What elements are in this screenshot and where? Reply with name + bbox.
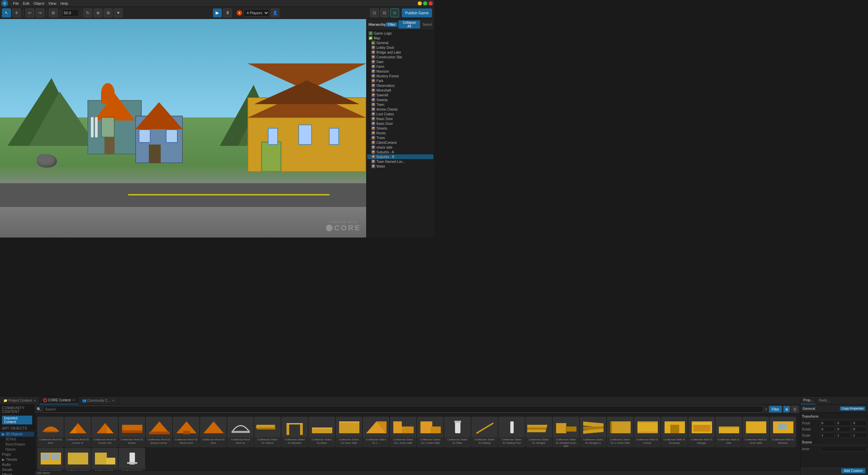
folder-icon-14: 📦: [371, 102, 375, 107]
status-indicator: ●: [237, 10, 242, 16]
pause-button[interactable]: ⏸: [223, 8, 232, 17]
window-controls: [418, 1, 433, 5]
publish-button[interactable]: Publish Game: [402, 8, 432, 17]
tree-item-streets[interactable]: 📦 Streets: [367, 126, 433, 131]
tree-item-label: Town: [376, 103, 384, 107]
tree-item-label: ClientContext: [376, 141, 397, 145]
tree-item-rocks[interactable]: 📦 Rocks: [367, 131, 433, 135]
zoom-input[interactable]: [62, 9, 79, 17]
folder-icon-21: 📦: [371, 136, 375, 140]
tree-item-observatory[interactable]: 📦 Observatory: [367, 83, 433, 88]
tree-item-suburbs-a[interactable]: 📦 Suburbs - A: [367, 150, 433, 154]
road-marking: [128, 194, 330, 195]
maximize-button[interactable]: [423, 1, 427, 5]
redo-button[interactable]: ↪: [36, 8, 44, 17]
viewport[interactable]: screens ✕: [0, 19, 366, 238]
tree-item-town[interactable]: 📦 Town: [367, 102, 433, 107]
undo-button[interactable]: ↩: [25, 8, 34, 17]
tree-item-trees[interactable]: 📦 Trees: [367, 135, 433, 140]
tree-item-label: Dam: [376, 60, 383, 64]
toolbar-separator-3: [60, 9, 60, 17]
extra-tool[interactable]: ▼: [114, 8, 123, 17]
layout-btn-3[interactable]: ⊞: [390, 8, 399, 17]
folder-icon-11: 📦: [371, 88, 375, 92]
tree-item-game-logic[interactable]: ⚙ Game Logic: [367, 31, 433, 36]
hierarchy-title: Hierarchy: [369, 22, 386, 26]
tree-item-label: Suburbs - B: [376, 155, 394, 159]
tree-item-farm[interactable]: 📦 Farm: [367, 64, 433, 69]
folder-icon-23: 📦: [371, 145, 375, 149]
scene-background: CREATED WITH CORE: [0, 19, 366, 238]
layout-btn-1[interactable]: ⊡: [370, 8, 379, 17]
menu-edit[interactable]: Edit: [21, 1, 32, 5]
tree-item-label: Swamp: [376, 98, 388, 102]
select-tool[interactable]: ↖: [2, 8, 11, 17]
tree-item-ammo[interactable]: 📦 Ammo Chests: [367, 107, 433, 112]
tree-item-map[interactable]: 📁 Map: [367, 36, 433, 40]
toolbar-separator-1: [23, 9, 23, 17]
folder-icon-17: 📦: [371, 117, 375, 121]
menu-file[interactable]: File: [11, 1, 21, 5]
folder-icon-9: 📦: [371, 79, 375, 83]
menu-help[interactable]: Help: [58, 1, 70, 5]
tree-item-mineshaft[interactable]: 📦 Mineshaft: [367, 88, 433, 93]
move-tool[interactable]: ✛: [12, 8, 21, 17]
house-craftsman: [248, 77, 366, 172]
folder-icon-2: 📦: [371, 45, 375, 50]
tree-item-park[interactable]: 📦 Park: [367, 78, 433, 83]
hierarchy-collapse-btn[interactable]: Collapse All: [398, 20, 420, 28]
snap-tool[interactable]: ⊕: [94, 8, 102, 17]
tree-item-label: shack side: [376, 146, 392, 149]
tree-item-label: Park: [376, 79, 383, 83]
folder-icon-6: 📦: [371, 64, 375, 69]
folder-icon-12: 📦: [371, 93, 375, 97]
players-select[interactable]: 4 Players: [243, 9, 269, 17]
folder-icon: ▶: [371, 41, 375, 45]
tree-item-town-named[interactable]: 📦 Town Named Loc...: [367, 159, 433, 164]
tree-item-basic-door-2[interactable]: 📦 Basic Door: [367, 121, 433, 126]
layout-btn-2[interactable]: ⊟: [380, 8, 389, 17]
tree-item-label: Lobby Dock: [376, 46, 394, 50]
tree-item-label: Town Named Loc...: [376, 160, 406, 164]
minimize-button[interactable]: [418, 1, 422, 5]
road: [0, 183, 366, 207]
tree-item-basic-door-1[interactable]: 📦 Basic Door: [367, 116, 433, 121]
tree-item-shack[interactable]: 📦 shack side: [367, 145, 433, 150]
tree-item-label: Loot Crates: [376, 112, 394, 116]
tree-item-label: Mansion: [376, 70, 389, 73]
tree-item-label: Map: [374, 36, 380, 40]
tree-item-swamp[interactable]: 📦 Swamp: [367, 97, 433, 102]
folder-icon-26: 📦: [371, 159, 375, 164]
tree-item-suburbs-b[interactable]: 📦 Suburbs - B: [367, 154, 433, 159]
tree-item-mansion[interactable]: 📦 Mansion: [367, 69, 433, 74]
folder-icon-5: 📦: [371, 60, 375, 64]
menu-object[interactable]: Object: [32, 1, 46, 5]
tree-item-lobby[interactable]: 📦 Lobby Dock: [367, 45, 433, 50]
tree-item-bridge[interactable]: 📦 Bridge and Lake: [367, 50, 433, 55]
folder-icon-18: 📦: [371, 121, 375, 126]
tree-item-sawmill[interactable]: 📦 Sawmill: [367, 93, 433, 97]
grid-view-button[interactable]: ⊞: [49, 8, 58, 17]
tree-item-loot[interactable]: 📦 Loot Crates: [367, 112, 433, 116]
rotate-tool[interactable]: ↻: [83, 8, 92, 17]
play-button[interactable]: ▶: [213, 8, 222, 17]
close-button[interactable]: [429, 1, 433, 5]
folder-icon-24: 📦: [371, 150, 375, 154]
folder-icon-19: 📦: [371, 126, 375, 130]
tree-item-construction[interactable]: 📦 Construction Site: [367, 55, 433, 59]
tree-item-client[interactable]: 📦 ClientContext: [367, 140, 433, 145]
menu-view[interactable]: View: [46, 1, 59, 5]
rock-1: [37, 154, 57, 168]
house-2: [132, 95, 186, 163]
app-logo: C: [1, 0, 8, 7]
tree-item-general[interactable]: ▶ General: [367, 40, 433, 45]
tree-item-label: Rocks: [376, 131, 386, 135]
tree-item-water[interactable]: 📦 Water: [367, 164, 433, 169]
hierarchy-filter-btn[interactable]: Filter: [386, 22, 397, 27]
tree-item-dam[interactable]: 📦 Dam: [367, 59, 433, 64]
toolbar-separator-2: [46, 9, 47, 17]
hierarchy-header: Hierarchy Filter Collapse All Select: [367, 19, 434, 30]
settings-tool[interactable]: ⚙: [104, 8, 113, 17]
tree-item-mystery[interactable]: 📦 Mystery Forest: [367, 74, 433, 78]
player-icon[interactable]: 👤: [271, 8, 279, 17]
